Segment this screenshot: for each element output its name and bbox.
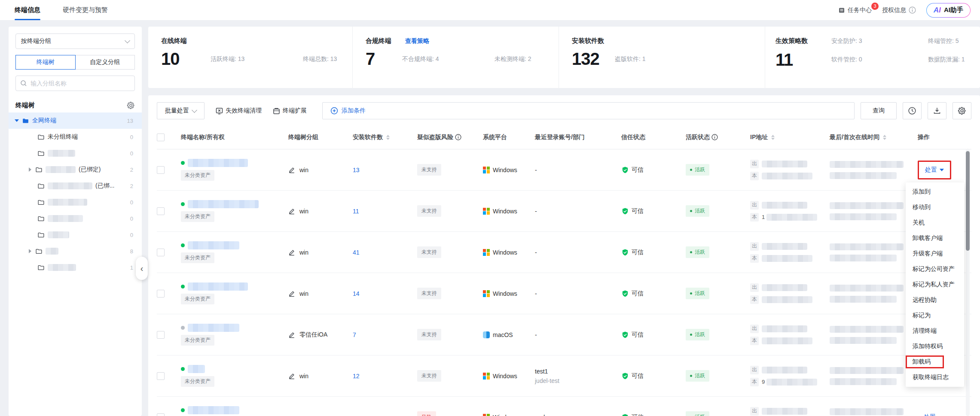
caret-icon[interactable] <box>29 167 31 172</box>
table-settings-button[interactable] <box>953 102 971 119</box>
trust-status: 可信 <box>632 249 644 256</box>
stat-sub: 终端管控: 5 <box>928 37 980 45</box>
terminal-name-blurred[interactable] <box>188 324 239 332</box>
query-button[interactable]: 查询 <box>861 102 897 119</box>
time-blurred <box>830 296 897 303</box>
tree-settings-gear-icon[interactable] <box>127 101 135 109</box>
action-menu-item[interactable]: 移动到 <box>906 200 964 215</box>
col-software-count[interactable]: 安装软件数 <box>353 134 417 141</box>
action-menu-item[interactable]: 远程协助 <box>906 292 964 308</box>
ip-blurred <box>762 173 812 179</box>
folder-icon <box>37 215 45 222</box>
caret-icon[interactable] <box>29 249 31 253</box>
action-menu-item[interactable]: 关机 <box>906 215 964 231</box>
tree-item[interactable]: (已绑定) 2 <box>15 161 135 178</box>
software-count-link[interactable]: 11 <box>353 208 359 215</box>
tree-item[interactable]: 全网终端 13 <box>9 112 142 129</box>
edit-group-icon[interactable] <box>288 249 295 256</box>
add-condition-button[interactable]: 添加条件 <box>342 107 366 115</box>
action-menu-item[interactable]: 清理终端 <box>906 323 964 339</box>
stat-sub: 未检测终端: 2 <box>495 55 531 63</box>
row-checkbox[interactable] <box>157 331 165 339</box>
dispose-button[interactable]: 处置 <box>918 409 949 416</box>
tree-item[interactable]: 0 <box>15 194 135 210</box>
tree-item[interactable]: 0 <box>15 145 135 161</box>
sort-icon[interactable] <box>883 135 886 140</box>
tree-item[interactable]: 8 <box>15 243 135 259</box>
row-checkbox[interactable] <box>157 166 165 174</box>
time-blurred <box>830 337 897 344</box>
folder-icon <box>35 166 43 173</box>
software-count-link[interactable]: 12 <box>353 373 360 380</box>
windows-platform: Windows <box>483 167 517 173</box>
tab-hardware-alerts[interactable]: 硬件变更与预警 <box>63 0 108 20</box>
edit-group-icon[interactable] <box>288 167 295 173</box>
table-body: 未分类资产 win 13 未支持 Windows macOS - 可信 活跃 出… <box>157 149 971 416</box>
row-checkbox[interactable] <box>157 290 165 298</box>
action-menu-item[interactable]: 卸载客户端 <box>906 231 964 246</box>
group-search[interactable] <box>15 76 135 91</box>
sort-icon[interactable] <box>771 135 775 140</box>
action-menu-item[interactable]: 卸载码 <box>906 354 964 370</box>
task-center-link[interactable]: 任务中心 3 <box>838 6 872 14</box>
terminal-name-blurred[interactable] <box>188 365 205 373</box>
license-info-link[interactable]: 授权信息 <box>882 6 916 14</box>
tree-item[interactable]: 未分组终端 0 <box>15 129 135 145</box>
piracy-badge: 风险 <box>417 411 436 416</box>
terminal-extend-button[interactable]: 终端扩展 <box>273 107 307 115</box>
batch-dispose-button[interactable]: 批量处置 <box>157 102 205 119</box>
terminal-name-blurred[interactable] <box>188 241 239 249</box>
edit-group-icon[interactable] <box>288 331 295 338</box>
action-menu-item[interactable]: 升级客户端 <box>906 246 964 261</box>
windows-icon <box>483 414 490 416</box>
view-policy-link[interactable]: 查看策略 <box>405 37 429 45</box>
action-menu-item[interactable]: 标记为私人资产 <box>906 277 964 292</box>
software-count-link[interactable]: 41 <box>353 249 360 256</box>
time-blurred <box>830 326 904 333</box>
dispose-button[interactable]: 处置 <box>918 161 951 179</box>
tab-terminal-tree[interactable]: 终端树 <box>15 55 76 70</box>
invalid-terminal-cleanup-button[interactable]: 失效终端清理 <box>216 107 262 115</box>
tree-item[interactable]: 0 <box>15 210 135 227</box>
action-menu-item[interactable]: 标记为公司资产 <box>906 261 964 277</box>
tree-item[interactable]: 1 <box>15 259 135 276</box>
stat-effective-policies: 生效策略数 安全防护: 3 终端管控: 5 11 软件管控: 0 数据防泄漏: … <box>765 27 980 88</box>
export-button[interactable] <box>928 102 946 119</box>
ai-assistant-button[interactable]: AI AI助手 <box>926 3 971 18</box>
info-icon[interactable] <box>711 134 718 140</box>
action-menu-item[interactable]: 添加到 <box>906 184 964 200</box>
group-search-input[interactable] <box>31 80 130 87</box>
filter-condition-bar[interactable]: 添加条件 <box>322 102 855 119</box>
tree-item[interactable]: 0 <box>15 227 135 243</box>
edit-group-icon[interactable] <box>288 290 295 297</box>
tab-terminal-info[interactable]: 终端信息 <box>15 0 40 20</box>
terminal-name-blurred[interactable] <box>188 159 248 167</box>
action-menu-item[interactable]: 添加特权码 <box>906 339 964 354</box>
terminal-name-blurred[interactable] <box>188 282 248 291</box>
terminal-name-blurred[interactable] <box>188 200 259 208</box>
scrollbar-thumb[interactable] <box>966 151 970 251</box>
group-mode-select[interactable]: 按终端分组 <box>15 33 135 49</box>
software-count-link[interactable]: 13 <box>353 167 360 173</box>
edit-group-icon[interactable] <box>288 373 295 380</box>
info-icon[interactable] <box>455 134 461 140</box>
terminal-name-blurred[interactable] <box>188 406 239 414</box>
action-menu-item[interactable]: 标记为 <box>906 308 964 323</box>
software-count-link[interactable]: 14 <box>353 290 360 297</box>
row-checkbox[interactable] <box>157 413 165 416</box>
tab-custom-group[interactable]: 自定义分组 <box>75 55 135 70</box>
history-button[interactable] <box>903 102 922 119</box>
sidebar-collapse-button[interactable]: ‹ <box>136 257 148 280</box>
col-ip[interactable]: IP地址 <box>750 134 830 141</box>
row-checkbox[interactable] <box>157 372 165 380</box>
sort-icon[interactable] <box>386 135 390 140</box>
row-checkbox[interactable] <box>157 207 165 215</box>
caret-icon[interactable] <box>15 119 19 122</box>
select-all-checkbox[interactable] <box>157 134 165 141</box>
edit-group-icon[interactable] <box>288 208 295 215</box>
software-count-link[interactable]: 7 <box>353 331 356 338</box>
tree-item[interactable]: (已绑... 2 <box>15 178 135 194</box>
col-online-time[interactable]: 最后/首次在线时间 <box>830 134 918 141</box>
row-checkbox[interactable] <box>157 249 165 256</box>
action-menu-item[interactable]: 获取终端日志 <box>906 370 964 385</box>
